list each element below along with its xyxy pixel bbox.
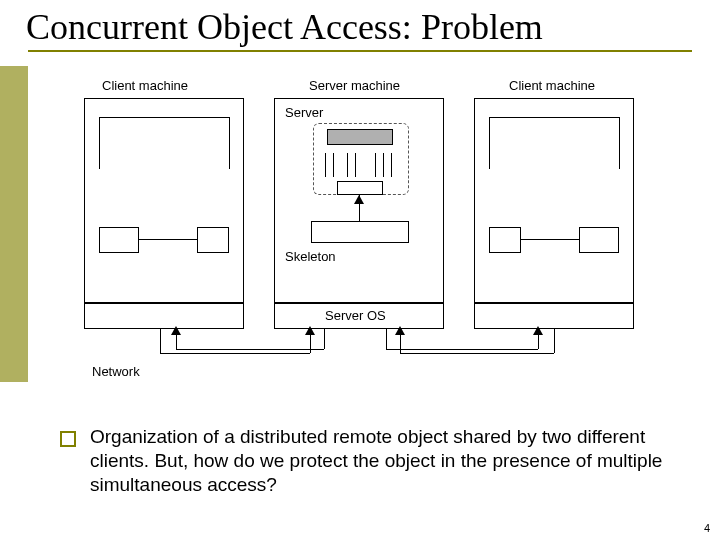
server-box: Server Skeleton [274,98,444,303]
client-os-left [84,303,244,329]
client-box-right [474,98,634,303]
client-os-right [474,303,634,329]
label-client-right: Client machine [509,78,595,93]
architecture-diagram: Client machine Server machine Client mac… [84,78,644,388]
bullet-text: Organization of a distributed remote obj… [90,425,680,496]
slide: Concurrent Object Access: Problem Client… [0,0,720,540]
label-server: Server [285,105,323,120]
title-underline [28,50,692,52]
label-client-left: Client machine [102,78,188,93]
bullet-marker-icon [60,431,76,447]
label-server-machine: Server machine [309,78,400,93]
bullet-row: Organization of a distributed remote obj… [60,425,680,496]
label-server-os: Server OS [325,308,386,323]
label-network: Network [92,364,140,379]
label-skeleton: Skeleton [285,249,336,264]
server-os-box: Server OS [274,303,444,329]
client-box-left [84,98,244,303]
page-number: 4 [704,522,710,534]
accent-bar [0,66,28,382]
slide-title: Concurrent Object Access: Problem [0,0,720,48]
